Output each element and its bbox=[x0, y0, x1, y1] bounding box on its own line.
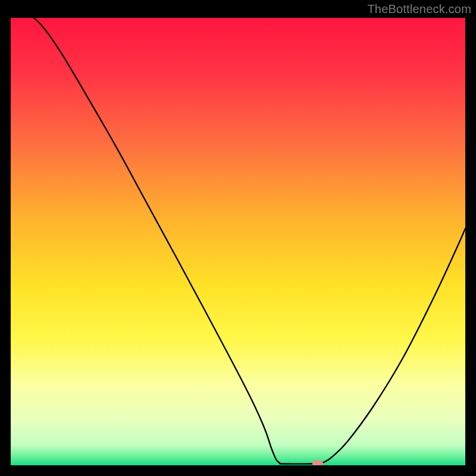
bottleneck-curve bbox=[11, 18, 465, 465]
watermark-text: TheBottleneck.com bbox=[367, 2, 471, 16]
plot-area bbox=[11, 18, 465, 465]
optimal-point-marker bbox=[312, 461, 323, 466]
chart-container: TheBottleneck.com bbox=[0, 0, 476, 476]
